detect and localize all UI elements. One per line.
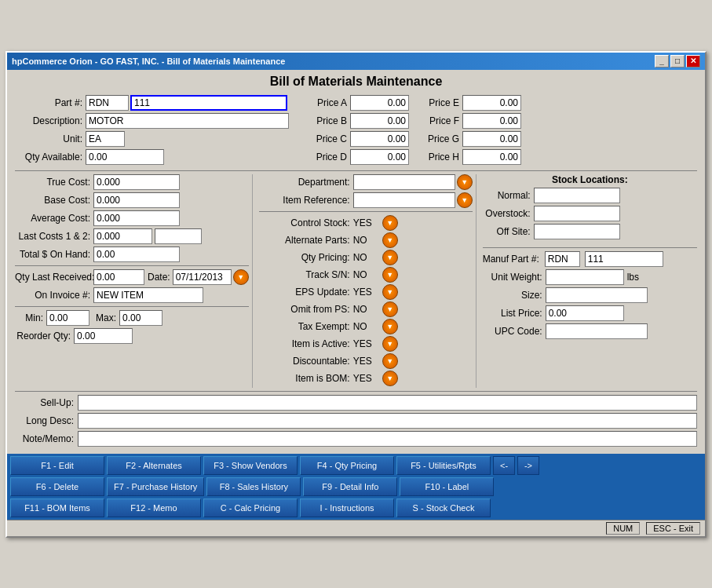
price-f-input[interactable] <box>462 113 521 129</box>
price-h-label: Price H <box>422 152 459 163</box>
date-dropdown-btn[interactable]: ▼ <box>233 269 249 285</box>
item-reference-dropdown-btn[interactable]: ▼ <box>457 192 473 208</box>
f6-delete-button[interactable]: F6 - Delete <box>10 477 104 496</box>
size-input[interactable] <box>546 287 648 303</box>
base-cost-label: Base Cost: <box>15 195 93 206</box>
track-sn-label: Track S/N: <box>259 269 353 280</box>
description-input[interactable] <box>86 113 289 129</box>
alternate-parts-label: Alternate Parts: <box>259 235 353 246</box>
nav-prev-button[interactable]: <- <box>493 456 515 475</box>
price-c-label: Price C <box>309 133 347 144</box>
unit-weight-input[interactable] <box>546 269 624 285</box>
f8-sales-history-button[interactable]: F8 - Sales History <box>206 477 301 496</box>
department-input[interactable] <box>353 174 455 190</box>
eps-update-value: YES <box>353 287 381 298</box>
last-cost2-input[interactable] <box>155 228 202 244</box>
maximize-button[interactable]: □ <box>670 55 685 68</box>
page-title: Bill of Materials Maintenance <box>15 75 697 89</box>
f11-bom-items-button[interactable]: F11 - BOM Items <box>10 499 104 517</box>
price-g-input[interactable] <box>462 131 521 147</box>
f5-utilities-button[interactable]: F5 - Utilities/Rpts <box>396 456 491 475</box>
s-stock-check-button[interactable]: S - Stock Check <box>396 499 491 517</box>
manuf-part-number-input[interactable] <box>585 251 663 267</box>
unit-input[interactable] <box>86 131 125 147</box>
price-a-input[interactable] <box>350 95 409 111</box>
upc-code-input[interactable] <box>546 323 648 339</box>
overstock-label: Overstock: <box>483 208 534 219</box>
average-cost-input[interactable] <box>93 210 180 226</box>
item-reference-input[interactable] <box>353 192 455 208</box>
f12-memo-button[interactable]: F12 - Memo <box>107 499 201 517</box>
unit-label: Unit: <box>15 133 86 144</box>
close-button[interactable]: ✕ <box>686 55 700 68</box>
normal-input[interactable] <box>534 188 620 203</box>
nav-next-button[interactable]: -> <box>517 456 539 475</box>
price-c-input[interactable] <box>350 131 409 147</box>
price-f-label: Price F <box>422 115 459 126</box>
alternate-parts-dropdown-btn[interactable]: ▼ <box>382 232 398 248</box>
part-prefix-input[interactable] <box>86 95 129 111</box>
max-input[interactable] <box>119 310 162 326</box>
f2-alternates-button[interactable]: F2 - Alternates <box>107 456 201 475</box>
qty-pricing-dropdown-btn[interactable]: ▼ <box>382 250 398 265</box>
list-price-input[interactable] <box>546 305 624 321</box>
tax-exempt-dropdown-btn[interactable]: ▼ <box>382 319 398 334</box>
on-invoice-input[interactable] <box>93 287 203 303</box>
price-h-input[interactable] <box>462 149 521 165</box>
f3-show-vendors-button[interactable]: F3 - Show Vendors <box>203 456 298 475</box>
item-is-bom-dropdown-btn[interactable]: ▼ <box>382 371 398 386</box>
sell-up-input[interactable] <box>78 395 697 411</box>
f7-purchase-history-button[interactable]: F7 - Purchase History <box>107 477 204 496</box>
list-price-label: List Price: <box>483 308 546 319</box>
date-input[interactable] <box>173 269 232 285</box>
num-indicator: NUM <box>606 522 640 535</box>
f10-label-button[interactable]: F10 - Label <box>400 477 494 496</box>
last-costs-label: Last Costs 1 & 2: <box>15 231 93 242</box>
department-dropdown-btn[interactable]: ▼ <box>457 174 473 190</box>
esc-exit-label: ESC - Exit <box>646 522 700 535</box>
content-area: Bill of Materials Maintenance Part #: De… <box>7 70 705 454</box>
off-site-input[interactable] <box>534 224 620 239</box>
control-stock-dropdown-btn[interactable]: ▼ <box>382 215 398 231</box>
f9-detail-info-button[interactable]: F9 - Detail Info <box>303 477 397 496</box>
long-desc-input[interactable] <box>78 413 697 429</box>
i-instructions-button[interactable]: I - Instructions <box>300 499 394 517</box>
department-label: Department: <box>259 177 353 188</box>
tax-exempt-label: Tax Exempt: <box>259 321 353 332</box>
qty-last-received-label: Qty Last Received: <box>15 272 93 283</box>
tax-exempt-value: NO <box>353 321 381 332</box>
f4-qty-pricing-button[interactable]: F4 - Qty Pricing <box>300 456 394 475</box>
f1-edit-button[interactable]: F1 - Edit <box>10 456 104 475</box>
last-cost1-input[interactable] <box>93 228 152 244</box>
item-is-active-dropdown-btn[interactable]: ▼ <box>382 336 398 352</box>
price-g-label: Price G <box>422 133 459 144</box>
true-cost-input[interactable] <box>93 174 180 190</box>
price-d-input[interactable] <box>350 149 409 165</box>
upc-code-label: UPC Code: <box>483 326 546 337</box>
overstock-input[interactable] <box>534 206 620 221</box>
reorder-qty-input[interactable] <box>74 328 133 344</box>
discountable-dropdown-btn[interactable]: ▼ <box>382 353 398 369</box>
reorder-qty-label: Reorder Qty: <box>15 331 74 341</box>
part-number-input[interactable] <box>130 95 287 111</box>
min-input[interactable] <box>46 310 89 326</box>
omit-from-ps-dropdown-btn[interactable]: ▼ <box>382 301 398 317</box>
minimize-button[interactable]: _ <box>655 55 669 68</box>
track-sn-dropdown-btn[interactable]: ▼ <box>382 267 398 283</box>
track-sn-value: NO <box>353 269 381 280</box>
note-memo-input[interactable] <box>78 431 697 447</box>
base-cost-input[interactable] <box>93 192 180 208</box>
price-e-input[interactable] <box>462 95 521 111</box>
total-on-hand-input[interactable] <box>93 247 180 262</box>
price-b-input[interactable] <box>350 113 409 129</box>
c-calc-pricing-button[interactable]: C - Calc Pricing <box>203 499 298 517</box>
eps-update-dropdown-btn[interactable]: ▼ <box>382 284 398 300</box>
average-cost-label: Average Cost: <box>15 213 93 224</box>
qty-available-input[interactable] <box>86 149 164 165</box>
qty-last-received-input[interactable] <box>93 269 144 285</box>
title-bar-buttons: _ □ ✕ <box>655 55 700 68</box>
manuf-part-prefix-input[interactable] <box>545 251 580 267</box>
eps-update-label: EPS Update: <box>259 287 353 298</box>
omit-from-ps-value: NO <box>353 304 381 315</box>
status-bar: NUM ESC - Exit <box>7 520 705 536</box>
